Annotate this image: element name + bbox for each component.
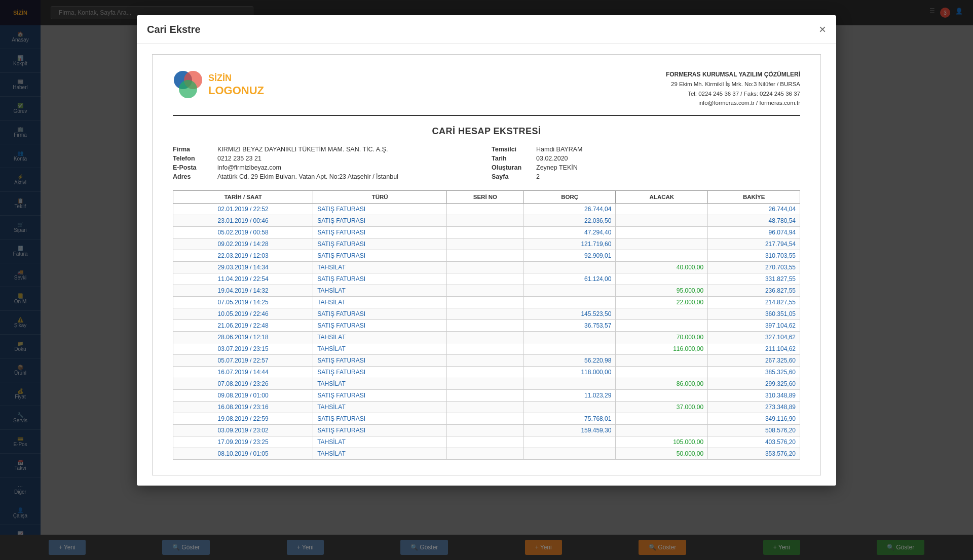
table-row: 22.03.2019 / 12:03 SATIŞ FATURASI 92.909…	[173, 250, 800, 262]
td-date: 03.09.2019 / 23:02	[173, 425, 313, 436]
table-row: 19.04.2019 / 14:32 TAHSİLAT 95.000,00 23…	[173, 285, 800, 297]
firma-label: Firma	[173, 146, 213, 153]
td-alacak	[616, 355, 708, 367]
td-serial	[447, 343, 524, 355]
table-row: 29.03.2019 / 14:34 TAHSİLAT 40.000,00 27…	[173, 262, 800, 273]
td-date: 28.06.2019 / 12:18	[173, 332, 313, 343]
td-alacak: 70.000,00	[616, 332, 708, 343]
info-firma: Firma KIRMIZI BEYAZ DAYANIKLI TÜKETİM MA…	[173, 146, 481, 153]
info-eposta: E-Posta info@firmizibeyaz.com	[173, 164, 481, 171]
td-type: SATIŞ FATURASI	[313, 425, 447, 436]
td-alacak	[616, 238, 708, 250]
td-bakiye: 270.703,55	[708, 262, 800, 273]
logo-logonuz-text: LOGONUZ	[208, 84, 264, 97]
td-date: 16.07.2019 / 14:44	[173, 367, 313, 378]
td-type: SATIŞ FATURASI	[313, 273, 447, 285]
telefon-label: Telefon	[173, 155, 213, 162]
td-borc	[523, 343, 616, 355]
td-serial	[447, 308, 524, 320]
company-logo-svg	[173, 70, 203, 100]
table-row: 05.07.2019 / 22:57 SATIŞ FATURASI 56.220…	[173, 355, 800, 367]
th-date: TARİH / SAAT	[173, 191, 313, 204]
td-alacak: 22.000,00	[616, 297, 708, 308]
td-bakiye: 48.780,54	[708, 215, 800, 227]
company-phone: Tel: 0224 245 36 37 / Faks: 0224 245 36 …	[666, 89, 800, 98]
td-alacak	[616, 320, 708, 332]
td-alacak: 95.000,00	[616, 285, 708, 297]
td-serial	[447, 238, 524, 250]
td-bakiye: 353.576,20	[708, 448, 800, 460]
td-serial	[447, 285, 524, 297]
td-bakiye: 331.827,55	[708, 273, 800, 285]
td-date: 16.08.2019 / 23:16	[173, 402, 313, 413]
th-type: TÜRÜ	[313, 191, 447, 204]
table-row: 10.05.2019 / 22:46 SATIŞ FATURASI 145.52…	[173, 308, 800, 320]
td-type: TAHSİLAT	[313, 262, 447, 273]
td-alacak	[616, 215, 708, 227]
td-bakiye: 310.703,55	[708, 250, 800, 262]
eposta-label: E-Posta	[173, 164, 213, 171]
td-borc	[523, 332, 616, 343]
sayfa-value: 2	[536, 173, 540, 180]
sayfa-label: Sayfa	[492, 173, 532, 180]
table-row: 03.07.2019 / 23:15 TAHSİLAT 116.000,00 2…	[173, 343, 800, 355]
td-date: 21.06.2019 / 22:48	[173, 320, 313, 332]
td-bakiye: 508.576,20	[708, 425, 800, 436]
td-borc	[523, 262, 616, 273]
td-date: 05.02.2019 / 00:58	[173, 227, 313, 238]
td-bakiye: 217.794,54	[708, 238, 800, 250]
td-serial	[447, 262, 524, 273]
modal-overlay[interactable]: Cari Ekstre × SİZİN	[0, 0, 973, 560]
td-borc: 11.023,29	[523, 390, 616, 402]
td-date: 19.04.2019 / 14:32	[173, 285, 313, 297]
td-date: 02.01.2019 / 22:52	[173, 204, 313, 215]
td-borc	[523, 297, 616, 308]
td-alacak	[616, 227, 708, 238]
table-row: 21.06.2019 / 22:48 SATIŞ FATURASI 36.753…	[173, 320, 800, 332]
td-type: SATIŞ FATURASI	[313, 238, 447, 250]
td-bakiye: 96.074,94	[708, 227, 800, 238]
td-bakiye: 273.348,89	[708, 402, 800, 413]
td-serial	[447, 378, 524, 390]
td-borc	[523, 285, 616, 297]
td-type: TAHSİLAT	[313, 343, 447, 355]
td-type: TAHSİLAT	[313, 332, 447, 343]
table-row: 07.08.2019 / 23:26 TAHSİLAT 86.000,00 29…	[173, 378, 800, 390]
modal-body: SİZİN LOGONUZ FORMERAS KURUMSAL YAZILIM …	[137, 44, 836, 486]
td-borc: 75.768,01	[523, 413, 616, 425]
td-type: TAHSİLAT	[313, 436, 447, 448]
olusturan-label: Oluşturan	[492, 164, 532, 171]
table-row: 05.02.2019 / 00:58 SATIŞ FATURASI 47.294…	[173, 227, 800, 238]
logo-sizin-text: SİZİN	[208, 73, 264, 84]
td-borc: 22.036,50	[523, 215, 616, 227]
td-date: 10.05.2019 / 22:46	[173, 308, 313, 320]
document: SİZİN LOGONUZ FORMERAS KURUMSAL YAZILIM …	[152, 54, 821, 475]
td-bakiye: 403.576,20	[708, 436, 800, 448]
td-serial	[447, 390, 524, 402]
td-serial	[447, 448, 524, 460]
td-type: SATIŞ FATURASI	[313, 367, 447, 378]
adres-label: Adres	[173, 173, 213, 180]
td-type: SATIŞ FATURASI	[313, 204, 447, 215]
info-sayfa: Sayfa 2	[492, 173, 800, 180]
logo-area: SİZİN LOGONUZ	[173, 70, 264, 100]
table-row: 09.08.2019 / 01:00 SATIŞ FATURASI 11.023…	[173, 390, 800, 402]
td-serial	[447, 367, 524, 378]
td-bakiye: 397.104,62	[708, 320, 800, 332]
td-serial	[447, 402, 524, 413]
td-bakiye: 267.325,60	[708, 355, 800, 367]
td-borc: 92.909,01	[523, 250, 616, 262]
td-alacak: 86.000,00	[616, 378, 708, 390]
td-borc: 145.523,50	[523, 308, 616, 320]
th-alacak: ALACAK	[616, 191, 708, 204]
td-type: TAHSİLAT	[313, 378, 447, 390]
company-email: info@formeras.com.tr / formeras.com.tr	[666, 98, 800, 107]
td-bakiye: 26.744,04	[708, 204, 800, 215]
td-alacak	[616, 425, 708, 436]
table-row: 16.08.2019 / 23:16 TAHSİLAT 37.000,00 27…	[173, 402, 800, 413]
td-borc: 36.753,57	[523, 320, 616, 332]
modal-close-button[interactable]: ×	[819, 23, 826, 35]
td-date: 07.05.2019 / 14:25	[173, 297, 313, 308]
document-title: CARİ HESAP EKSTRESİ	[173, 126, 800, 137]
td-alacak	[616, 204, 708, 215]
